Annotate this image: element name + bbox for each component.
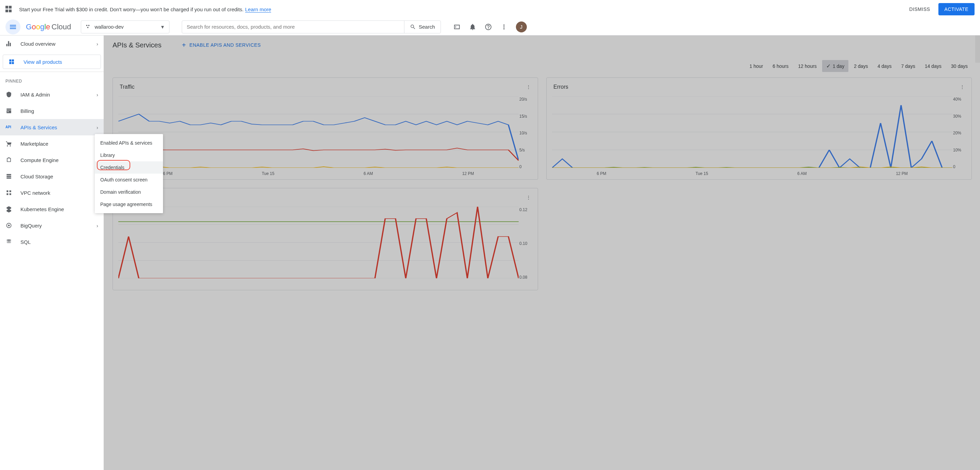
notifications-icon[interactable] <box>469 23 476 31</box>
svg-rect-18 <box>9 59 11 61</box>
sidebar-item-label: Billing <box>21 108 98 114</box>
project-picker[interactable]: wallaroo-dev ▼ <box>81 21 169 33</box>
chevron-right-icon: › <box>97 92 98 97</box>
service-icon: API <box>5 124 14 131</box>
svg-text:API: API <box>5 125 11 129</box>
flyout-item-enabled-apis-services[interactable]: Enabled APIs & services <box>95 137 163 149</box>
svg-rect-20 <box>9 62 11 64</box>
svg-point-0 <box>86 25 87 26</box>
project-icon <box>85 24 91 30</box>
svg-point-24 <box>8 225 10 226</box>
help-icon[interactable] <box>485 23 492 31</box>
flyout-item-domain-verification[interactable]: Domain verification <box>95 186 163 198</box>
chevron-right-icon: › <box>97 41 98 47</box>
divider <box>0 72 103 72</box>
chevron-right-icon: › <box>97 124 98 130</box>
svg-point-2 <box>87 27 88 28</box>
hamburger-icon <box>10 24 16 30</box>
sidebar-item-bigquery[interactable]: BigQuery› <box>0 217 103 234</box>
search-icon <box>410 24 416 30</box>
svg-rect-21 <box>12 62 14 64</box>
service-icon <box>5 140 14 147</box>
trial-banner: Start your Free Trial with $300 in credi… <box>0 0 980 18</box>
service-icon <box>5 156 14 163</box>
caret-down-icon: ▼ <box>160 24 165 30</box>
sidebar-item-vpc-network[interactable]: VPC network› <box>0 185 103 201</box>
svg-point-1 <box>88 25 89 26</box>
sidebar-item-iam-admin[interactable]: IAM & Admin› <box>0 86 103 103</box>
flyout-item-oauth-consent-screen[interactable]: OAuth consent screen <box>95 174 163 186</box>
sidebar-item-compute-engine[interactable]: Compute Engine› <box>0 152 103 168</box>
google-cloud-logo[interactable]: Google Cloud <box>26 22 71 31</box>
dashboard-icon <box>5 40 14 47</box>
service-icon <box>5 173 14 180</box>
sidebar-item-apis-services[interactable]: APIAPIs & Services› <box>0 119 103 135</box>
sidebar: Cloud overview › View all products PINNE… <box>0 35 103 470</box>
service-icon <box>5 107 14 114</box>
sidebar-item-marketplace[interactable]: Marketplace <box>0 135 103 152</box>
more-vert-icon[interactable] <box>500 23 508 31</box>
service-icon <box>5 91 14 98</box>
modal-overlay[interactable] <box>0 35 980 470</box>
sidebar-item-view-all[interactable]: View all products <box>3 54 101 69</box>
gift-icon <box>5 6 12 13</box>
sidebar-item-cloud-overview[interactable]: Cloud overview › <box>0 35 103 52</box>
search-input[interactable] <box>182 24 404 30</box>
sidebar-item-label: Kubernetes Engine <box>21 206 97 212</box>
sidebar-item-kubernetes-engine[interactable]: Kubernetes Engine› <box>0 201 103 217</box>
pinned-heading: PINNED <box>0 75 103 86</box>
sidebar-item-label: VPC network <box>21 190 97 196</box>
sidebar-item-cloud-storage[interactable]: Cloud Storage› <box>0 168 103 185</box>
grid-icon <box>8 59 17 65</box>
dismiss-button[interactable]: DISMISS <box>909 6 930 12</box>
hamburger-button[interactable] <box>5 19 21 35</box>
sidebar-item-label: IAM & Admin <box>21 92 97 97</box>
sidebar-item-sql[interactable]: SQL <box>0 234 103 250</box>
service-icon <box>5 206 14 212</box>
sidebar-item-billing[interactable]: Billing <box>0 103 103 119</box>
banner-text: Start your Free Trial with $300 in credi… <box>19 6 271 12</box>
scrollbar-thumb[interactable] <box>975 35 980 63</box>
avatar[interactable]: J <box>516 21 527 32</box>
flyout-item-library[interactable]: Library <box>95 149 163 161</box>
sidebar-item-label: Cloud Storage <box>21 174 97 179</box>
project-name: wallaroo-dev <box>95 24 160 30</box>
learn-more-link[interactable]: Learn more <box>245 6 271 13</box>
service-icon <box>5 238 14 245</box>
svg-rect-19 <box>12 59 14 61</box>
apis-services-flyout: Enabled APIs & servicesLibraryCredential… <box>95 134 163 213</box>
service-icon <box>5 222 14 229</box>
flyout-item-page-usage-agreements[interactable]: Page usage agreements <box>95 198 163 210</box>
flyout-item-credentials[interactable]: Credentials <box>95 161 163 174</box>
activate-button[interactable]: ACTIVATE <box>939 3 975 15</box>
topbar: Google Cloud wallaroo-dev ▼ Search J <box>0 18 980 35</box>
sidebar-item-label: Compute Engine <box>21 157 97 163</box>
sidebar-item-label: SQL <box>21 239 98 245</box>
sidebar-item-label: Marketplace <box>21 141 98 147</box>
search-bar[interactable]: Search <box>182 21 441 33</box>
sidebar-item-label: APIs & Services <box>21 124 97 130</box>
cloud-shell-icon[interactable] <box>453 23 461 31</box>
sidebar-item-label: BigQuery <box>21 223 97 228</box>
search-button[interactable]: Search <box>404 21 441 33</box>
chevron-right-icon: › <box>97 223 98 228</box>
service-icon <box>5 189 14 196</box>
